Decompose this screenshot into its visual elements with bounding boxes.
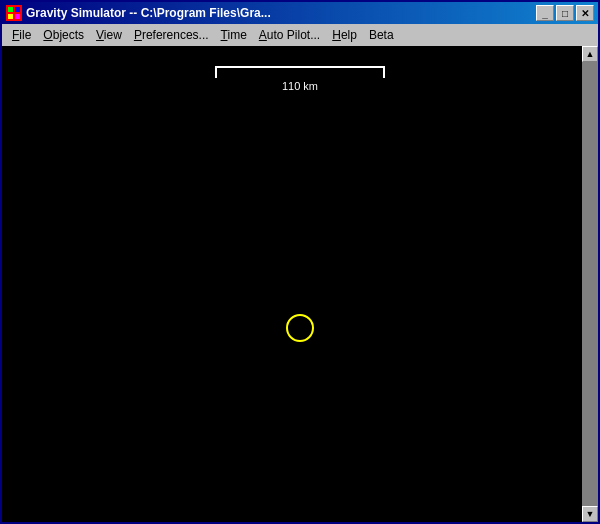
app-icon <box>6 5 22 21</box>
menu-objects[interactable]: Objects <box>37 26 90 44</box>
svg-rect-3 <box>8 14 13 19</box>
menu-help[interactable]: Help <box>326 26 363 44</box>
svg-rect-4 <box>15 14 20 19</box>
close-button[interactable]: ✕ <box>576 5 594 21</box>
scroll-track[interactable] <box>582 62 598 506</box>
simulation-canvas: 110 km ▲ ▼ <box>2 46 598 522</box>
svg-rect-1 <box>8 7 13 12</box>
menu-file[interactable]: File <box>6 26 37 44</box>
menu-view[interactable]: View <box>90 26 128 44</box>
window-title: Gravity Simulator -- C:\Program Files\Gr… <box>26 6 271 20</box>
svg-rect-2 <box>15 7 20 12</box>
menu-preferences[interactable]: Preferences... <box>128 26 215 44</box>
scale-label: 110 km <box>282 80 318 92</box>
title-bar-left: Gravity Simulator -- C:\Program Files\Gr… <box>6 5 271 21</box>
menu-autopilot[interactable]: Auto Pilot... <box>253 26 326 44</box>
minimize-button[interactable]: _ <box>536 5 554 21</box>
scale-bar: 110 km <box>215 66 385 92</box>
scrollbar-vertical: ▲ ▼ <box>582 46 598 522</box>
maximize-button[interactable]: □ <box>556 5 574 21</box>
menu-beta[interactable]: Beta <box>363 26 400 44</box>
scale-line <box>215 66 385 78</box>
scroll-up-button[interactable]: ▲ <box>582 46 598 62</box>
title-bar: Gravity Simulator -- C:\Program Files\Gr… <box>2 2 598 24</box>
title-buttons: _ □ ✕ <box>536 5 594 21</box>
scroll-down-button[interactable]: ▼ <box>582 506 598 522</box>
menu-time[interactable]: Time <box>215 26 253 44</box>
celestial-object <box>286 314 314 342</box>
menu-bar: File Objects View Preferences... Time Au… <box>2 24 598 46</box>
main-window: Gravity Simulator -- C:\Program Files\Gr… <box>0 0 600 524</box>
